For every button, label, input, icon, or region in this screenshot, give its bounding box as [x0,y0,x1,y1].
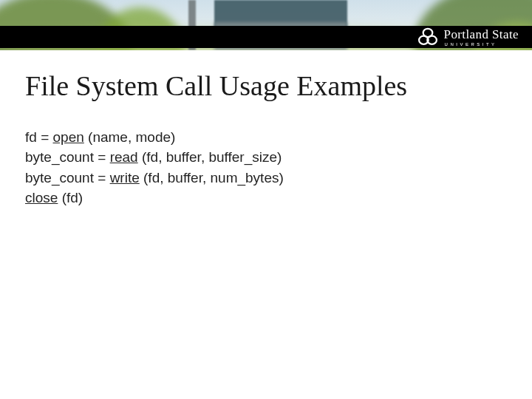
close-call: close [25,190,58,205]
brand-sub: UNIVERSITY [445,42,519,47]
fd-var: fd [148,170,160,185]
code-line-2: byte_count = read (fd, buffer, buffer_si… [25,147,532,168]
interlock-icon [417,27,438,47]
open-call: open [53,129,84,145]
fd-var: fd [25,129,37,145]
header-banner: Portland State UNIVERSITY [0,0,532,50]
fd-var: fd [146,149,158,165]
slide-body: fd = open (name, mode) byte_count = read… [25,127,532,208]
brand-logo: Portland State UNIVERSITY [417,24,519,50]
slide-title: File System Call Usage Examples [25,71,532,102]
code-line-4: close (fd) [25,188,532,208]
brand-name: Portland State [444,28,519,41]
fd-var: fd [66,190,78,205]
code-line-1: fd = open (name, mode) [25,127,532,148]
code-line-3: byte_count = write (fd, buffer, num_byte… [25,168,532,188]
read-call: read [110,149,138,165]
write-call: write [110,170,140,185]
